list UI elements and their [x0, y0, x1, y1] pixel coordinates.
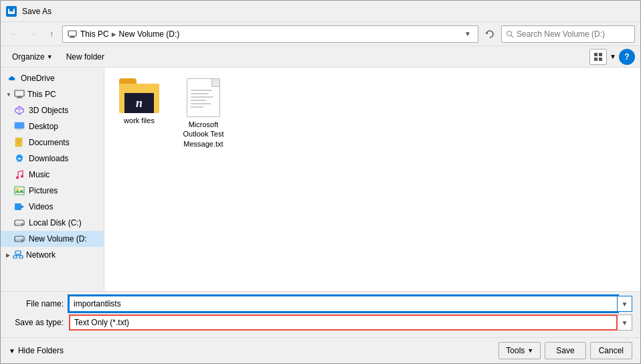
file-name-input[interactable]	[69, 296, 618, 312]
file-name-row: File name: ▼	[9, 296, 632, 312]
tools-label: Tools	[506, 346, 525, 355]
search-input[interactable]	[517, 29, 630, 39]
sidebar-item-music[interactable]: Music	[1, 167, 104, 183]
sidebar-label-localdisk: Local Disk (C:)	[29, 218, 82, 227]
svg-point-39	[21, 223, 23, 225]
svg-rect-5	[70, 36, 74, 37]
sidebar-item-3dobjects[interactable]: 3D Objects	[1, 102, 104, 118]
svg-rect-29	[17, 161, 21, 162]
toolbar-right: ▼ ?	[589, 49, 635, 65]
chevron-down-icon: ▼	[9, 347, 15, 355]
svg-rect-10	[594, 53, 598, 56]
file-item-workfiles[interactable]: n work files	[112, 76, 166, 151]
sidebar-label-downloads: Downloads	[29, 154, 68, 163]
svg-marker-34	[15, 189, 24, 193]
refresh-button[interactable]	[481, 25, 498, 43]
breadcrumb-thispc[interactable]: This PC	[80, 29, 109, 39]
sidebar-label-network: Network	[26, 250, 56, 260]
svg-rect-1	[9, 8, 13, 11]
sidebar-item-documents[interactable]: Documents	[1, 134, 104, 151]
sidebar-item-thispc[interactable]: ▼ This PC	[1, 86, 104, 102]
svg-rect-26	[17, 143, 19, 144]
3dobjects-icon	[14, 105, 25, 116]
save-type-dropdown[interactable]: ▼	[618, 314, 632, 331]
folder-preview: n	[124, 93, 154, 113]
view-dropdown-arrow[interactable]: ▼	[610, 53, 616, 60]
view-button[interactable]	[589, 49, 607, 65]
refresh-icon	[485, 29, 494, 39]
sidebar-item-localdisk[interactable]: Local Disk (C:)	[1, 215, 104, 231]
sidebar-label-thispc: This PC	[27, 90, 56, 99]
svg-rect-12	[594, 58, 598, 61]
sidebar-item-network[interactable]: ▶ Network	[1, 247, 104, 263]
sidebar-item-downloads[interactable]: Downloads	[1, 151, 104, 167]
save-type-value: Text Only (*.txt)	[74, 318, 129, 327]
new-folder-button[interactable]: New folder	[60, 49, 110, 65]
bottom-area: File name: ▼ Save as type: Text Only (*.…	[1, 291, 640, 337]
back-button[interactable]: ←	[6, 26, 22, 42]
svg-point-42	[21, 240, 23, 241]
breadcrumb-newvolume[interactable]: New Volume (D:)	[119, 29, 180, 39]
svg-rect-11	[599, 53, 602, 56]
svg-rect-25	[17, 142, 21, 143]
sidebar-label-desktop: Desktop	[29, 122, 58, 131]
save-type-label: Save as type:	[9, 318, 69, 327]
svg-rect-13	[599, 58, 602, 61]
breadcrumb: This PC ► New Volume (D:)	[80, 29, 459, 39]
file-name-label: File name:	[9, 299, 69, 308]
save-type-select[interactable]: Text Only (*.txt)	[69, 314, 618, 331]
network-expand-icon: ▶	[6, 252, 10, 258]
svg-rect-44	[13, 256, 17, 258]
sidebar-item-desktop[interactable]: Desktop	[1, 118, 104, 134]
forward-button[interactable]: →	[25, 26, 41, 42]
svg-rect-35	[15, 203, 21, 210]
sidebar-label-music: Music	[29, 170, 50, 179]
svg-line-9	[511, 35, 513, 37]
address-box[interactable]: This PC ► New Volume (D:) ▼	[62, 25, 478, 43]
music-icon	[14, 169, 25, 180]
sidebar-item-videos[interactable]: Videos	[1, 199, 104, 215]
file-item-outlook[interactable]: Microsoft Outlook Test Message.txt	[177, 76, 230, 151]
downloads-icon	[14, 153, 25, 164]
title-bar: Save As	[1, 1, 640, 22]
sidebar-item-newvolume[interactable]: New Volume (D:	[1, 231, 104, 247]
file-label-outlook: Microsoft Outlook Test Message.txt	[179, 120, 227, 149]
svg-line-48	[18, 255, 21, 256]
pictures-icon	[14, 185, 25, 196]
search-icon	[506, 30, 514, 38]
svg-rect-16	[16, 98, 22, 98]
sidebar-item-pictures[interactable]: Pictures	[1, 183, 104, 199]
action-buttons: Tools ▼ Save Cancel	[498, 342, 632, 359]
up-button[interactable]: ↑	[43, 26, 60, 42]
svg-rect-22	[17, 130, 23, 130]
sidebar-label-videos: Videos	[29, 202, 53, 211]
svg-rect-20	[15, 122, 24, 128]
address-bar: ← → ↑ This PC ► New Volume (D:) ▼	[1, 22, 640, 46]
file-name-dropdown[interactable]: ▼	[618, 296, 632, 312]
file-area: n work files	[104, 68, 640, 291]
network-icon	[13, 250, 23, 260]
svg-point-31	[21, 175, 23, 178]
sidebar-item-onedrive[interactable]: OneDrive	[1, 70, 104, 86]
hide-folders-label: Hide Folders	[18, 346, 64, 355]
save-type-row: Save as type: Text Only (*.txt) ▼	[9, 314, 632, 331]
svg-rect-14	[15, 90, 24, 96]
cancel-button[interactable]: Cancel	[590, 342, 632, 359]
svg-point-8	[507, 31, 512, 35]
help-button[interactable]: ?	[619, 49, 635, 65]
save-button[interactable]: Save	[545, 342, 585, 359]
folder-icon-workfiles: n	[119, 78, 159, 113]
sidebar-label-documents: Documents	[29, 138, 70, 147]
main-area: OneDrive ▼ This PC	[1, 68, 640, 291]
hide-folders-button[interactable]: ▼ Hide Folders	[9, 346, 64, 355]
search-box[interactable]	[501, 25, 635, 43]
sidebar-label-onedrive: OneDrive	[21, 74, 55, 83]
address-dropdown-arrow[interactable]: ▼	[462, 30, 474, 37]
tools-button[interactable]: Tools ▼	[498, 342, 541, 359]
svg-rect-32	[15, 187, 24, 195]
svg-rect-21	[17, 128, 21, 130]
svg-rect-3	[10, 13, 13, 14]
organize-button[interactable]: Organize ▼	[6, 49, 59, 65]
computer-icon	[14, 89, 25, 100]
sidebar-label-newvolume: New Volume (D:	[29, 234, 87, 244]
